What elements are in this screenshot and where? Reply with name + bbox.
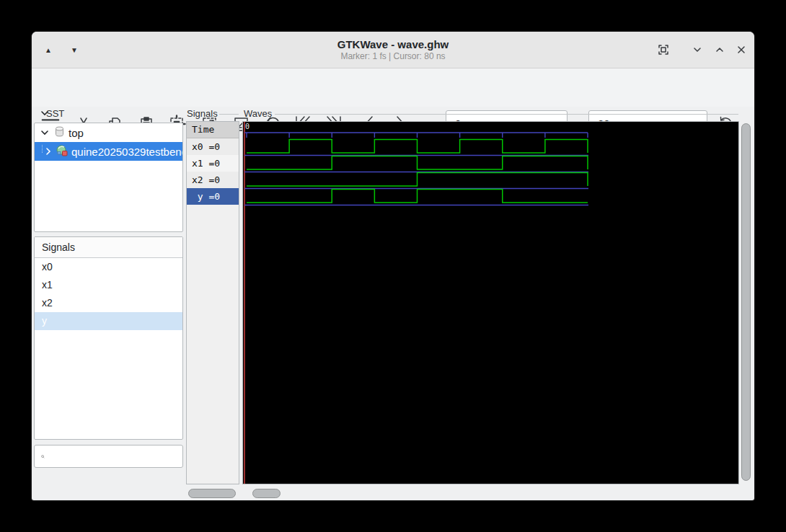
values-frame-label: Signals xyxy=(187,108,218,119)
values-panel: Time x0 =0 x1 =0 x2 =0 y =0 xyxy=(186,121,239,484)
waves-vscrollbar-thumb[interactable] xyxy=(741,123,751,481)
keep-above-button[interactable]: ▲ xyxy=(37,32,59,68)
tree-item-label: quine20250329testbench xyxy=(71,146,182,158)
waves-panel[interactable]: 0 xyxy=(242,121,739,484)
chevron-down-icon xyxy=(692,45,702,55)
signal-list-panel: Signals x0 x1 x2 y xyxy=(34,236,183,440)
scope-icon xyxy=(53,125,66,140)
svg-text:0: 0 xyxy=(245,123,250,130)
waves-hscrollbar-thumb[interactable] xyxy=(252,489,281,498)
signal-filter-input[interactable] xyxy=(49,450,182,463)
module-icon xyxy=(56,144,69,159)
tree-item-top[interactable]: top xyxy=(35,123,182,142)
fullscreen-button[interactable] xyxy=(652,32,675,68)
waves-hscrollbar[interactable] xyxy=(242,488,739,498)
frame-line xyxy=(275,114,738,115)
close-button[interactable] xyxy=(730,32,753,68)
expander-right-icon[interactable] xyxy=(44,147,53,156)
desktop: ▲ ▼ GTKWave - wave.ghw Marker: 1 fs | Cu… xyxy=(0,0,786,532)
signal-list-header[interactable]: Signals xyxy=(35,237,182,258)
triangle-up-icon: ▲ xyxy=(45,46,52,54)
keep-below-button[interactable]: ▼ xyxy=(63,32,85,68)
marker-cursor-status: Marker: 1 fs | Cursor: 80 ns xyxy=(340,51,445,61)
tree-item-label: top xyxy=(69,127,84,139)
chevron-up-icon xyxy=(715,45,725,55)
minimize-button[interactable] xyxy=(686,32,709,68)
tree-connector xyxy=(42,145,43,153)
time-header[interactable]: Time xyxy=(187,122,239,138)
search-icon xyxy=(41,451,45,462)
toolbar: From: To: xyxy=(32,68,754,107)
signal-filter xyxy=(34,445,183,468)
value-row-y[interactable]: y =0 xyxy=(187,188,239,205)
main-content: SST top xyxy=(32,107,754,500)
list-item-x1[interactable]: x1 xyxy=(35,276,182,294)
sst-label: SST xyxy=(46,108,64,119)
value-row-x2[interactable]: x2 =0 xyxy=(187,172,239,188)
value-row-x0[interactable]: x0 =0 xyxy=(187,138,239,155)
expander-down-icon xyxy=(39,128,50,137)
waves-vscrollbar[interactable] xyxy=(741,121,751,484)
frame-line xyxy=(219,114,239,115)
values-hscrollbar[interactable] xyxy=(186,488,239,498)
window-title: GTKWave - wave.ghw xyxy=(337,38,449,51)
close-icon xyxy=(736,45,746,55)
fullscreen-icon xyxy=(658,44,669,56)
waves-frame-label: Waves xyxy=(244,108,272,119)
triangle-down-icon: ▼ xyxy=(71,46,78,54)
list-item-x2[interactable]: x2 xyxy=(35,294,182,312)
value-row-x1[interactable]: x1 =0 xyxy=(187,155,239,172)
tree-item-testbench[interactable]: quine20250329testbench xyxy=(35,142,182,161)
values-hscrollbar-thumb[interactable] xyxy=(188,489,236,498)
titlebar[interactable]: ▲ ▼ GTKWave - wave.ghw Marker: 1 fs | Cu… xyxy=(32,32,754,68)
gtkwave-window: ▲ ▼ GTKWave - wave.ghw Marker: 1 fs | Cu… xyxy=(32,32,754,500)
wave-canvas[interactable]: 0 xyxy=(243,122,738,484)
list-item-y[interactable]: y xyxy=(35,312,182,330)
maximize-button[interactable] xyxy=(708,32,731,68)
list-item-x0[interactable]: x0 xyxy=(35,258,182,276)
sst-tree-panel: top quine20250329testbench xyxy=(34,123,183,232)
